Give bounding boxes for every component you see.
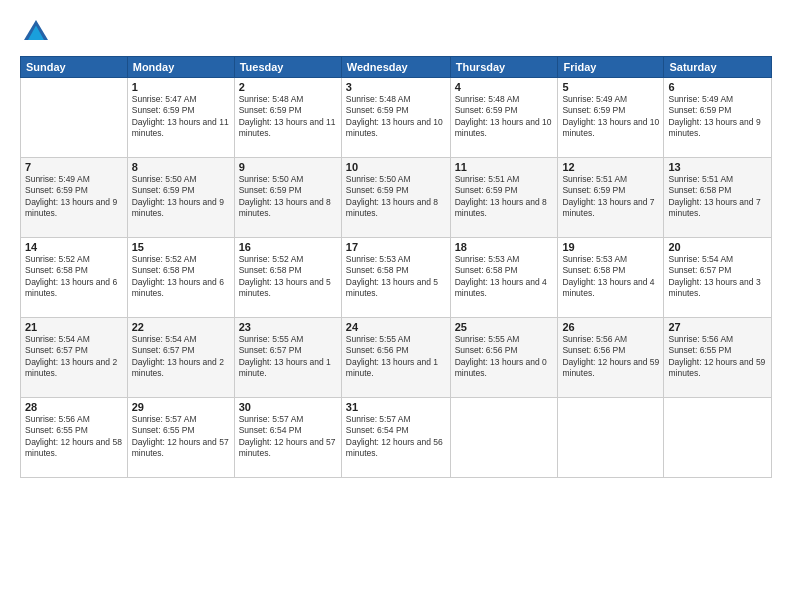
day-number: 10 — [346, 161, 446, 173]
calendar-cell: 14Sunrise: 5:52 AM Sunset: 6:58 PM Dayli… — [21, 238, 128, 318]
day-number: 13 — [668, 161, 767, 173]
day-info: Sunrise: 5:56 AM Sunset: 6:56 PM Dayligh… — [562, 334, 659, 380]
day-number: 18 — [455, 241, 554, 253]
day-info: Sunrise: 5:48 AM Sunset: 6:59 PM Dayligh… — [346, 94, 446, 140]
day-info: Sunrise: 5:49 AM Sunset: 6:59 PM Dayligh… — [25, 174, 123, 220]
day-number: 8 — [132, 161, 230, 173]
calendar-cell: 31Sunrise: 5:57 AM Sunset: 6:54 PM Dayli… — [341, 398, 450, 478]
calendar-cell: 3Sunrise: 5:48 AM Sunset: 6:59 PM Daylig… — [341, 78, 450, 158]
day-number: 21 — [25, 321, 123, 333]
day-number: 15 — [132, 241, 230, 253]
day-number: 24 — [346, 321, 446, 333]
calendar-cell: 27Sunrise: 5:56 AM Sunset: 6:55 PM Dayli… — [664, 318, 772, 398]
day-info: Sunrise: 5:54 AM Sunset: 6:57 PM Dayligh… — [132, 334, 230, 380]
calendar-cell: 18Sunrise: 5:53 AM Sunset: 6:58 PM Dayli… — [450, 238, 558, 318]
day-number: 12 — [562, 161, 659, 173]
calendar-cell: 22Sunrise: 5:54 AM Sunset: 6:57 PM Dayli… — [127, 318, 234, 398]
day-number: 3 — [346, 81, 446, 93]
calendar-cell: 8Sunrise: 5:50 AM Sunset: 6:59 PM Daylig… — [127, 158, 234, 238]
day-number: 25 — [455, 321, 554, 333]
day-info: Sunrise: 5:50 AM Sunset: 6:59 PM Dayligh… — [132, 174, 230, 220]
calendar-cell: 13Sunrise: 5:51 AM Sunset: 6:58 PM Dayli… — [664, 158, 772, 238]
day-number: 27 — [668, 321, 767, 333]
calendar-week-row: 1Sunrise: 5:47 AM Sunset: 6:59 PM Daylig… — [21, 78, 772, 158]
day-info: Sunrise: 5:52 AM Sunset: 6:58 PM Dayligh… — [132, 254, 230, 300]
day-number: 16 — [239, 241, 337, 253]
calendar-cell: 30Sunrise: 5:57 AM Sunset: 6:54 PM Dayli… — [234, 398, 341, 478]
calendar-cell — [558, 398, 664, 478]
calendar-cell: 10Sunrise: 5:50 AM Sunset: 6:59 PM Dayli… — [341, 158, 450, 238]
day-number: 9 — [239, 161, 337, 173]
calendar-cell: 15Sunrise: 5:52 AM Sunset: 6:58 PM Dayli… — [127, 238, 234, 318]
day-info: Sunrise: 5:51 AM Sunset: 6:58 PM Dayligh… — [668, 174, 767, 220]
calendar-week-row: 7Sunrise: 5:49 AM Sunset: 6:59 PM Daylig… — [21, 158, 772, 238]
calendar-cell: 16Sunrise: 5:52 AM Sunset: 6:58 PM Dayli… — [234, 238, 341, 318]
page: SundayMondayTuesdayWednesdayThursdayFrid… — [0, 0, 792, 612]
day-info: Sunrise: 5:51 AM Sunset: 6:59 PM Dayligh… — [562, 174, 659, 220]
calendar-week-row: 14Sunrise: 5:52 AM Sunset: 6:58 PM Dayli… — [21, 238, 772, 318]
calendar-cell: 23Sunrise: 5:55 AM Sunset: 6:57 PM Dayli… — [234, 318, 341, 398]
calendar-cell: 4Sunrise: 5:48 AM Sunset: 6:59 PM Daylig… — [450, 78, 558, 158]
day-info: Sunrise: 5:54 AM Sunset: 6:57 PM Dayligh… — [668, 254, 767, 300]
day-info: Sunrise: 5:56 AM Sunset: 6:55 PM Dayligh… — [25, 414, 123, 460]
day-number: 20 — [668, 241, 767, 253]
day-info: Sunrise: 5:54 AM Sunset: 6:57 PM Dayligh… — [25, 334, 123, 380]
calendar-week-row: 28Sunrise: 5:56 AM Sunset: 6:55 PM Dayli… — [21, 398, 772, 478]
day-number: 6 — [668, 81, 767, 93]
day-info: Sunrise: 5:50 AM Sunset: 6:59 PM Dayligh… — [239, 174, 337, 220]
header — [20, 16, 772, 48]
logo-icon — [20, 16, 52, 48]
day-number: 5 — [562, 81, 659, 93]
day-info: Sunrise: 5:47 AM Sunset: 6:59 PM Dayligh… — [132, 94, 230, 140]
calendar-cell: 1Sunrise: 5:47 AM Sunset: 6:59 PM Daylig… — [127, 78, 234, 158]
day-number: 30 — [239, 401, 337, 413]
day-number: 31 — [346, 401, 446, 413]
calendar-cell: 17Sunrise: 5:53 AM Sunset: 6:58 PM Dayli… — [341, 238, 450, 318]
day-info: Sunrise: 5:53 AM Sunset: 6:58 PM Dayligh… — [455, 254, 554, 300]
logo — [20, 16, 58, 48]
day-number: 22 — [132, 321, 230, 333]
day-number: 14 — [25, 241, 123, 253]
calendar-cell: 6Sunrise: 5:49 AM Sunset: 6:59 PM Daylig… — [664, 78, 772, 158]
calendar-week-row: 21Sunrise: 5:54 AM Sunset: 6:57 PM Dayli… — [21, 318, 772, 398]
day-number: 19 — [562, 241, 659, 253]
day-info: Sunrise: 5:55 AM Sunset: 6:56 PM Dayligh… — [455, 334, 554, 380]
day-info: Sunrise: 5:52 AM Sunset: 6:58 PM Dayligh… — [25, 254, 123, 300]
calendar-cell: 25Sunrise: 5:55 AM Sunset: 6:56 PM Dayli… — [450, 318, 558, 398]
calendar-cell: 21Sunrise: 5:54 AM Sunset: 6:57 PM Dayli… — [21, 318, 128, 398]
day-number: 4 — [455, 81, 554, 93]
calendar-cell: 20Sunrise: 5:54 AM Sunset: 6:57 PM Dayli… — [664, 238, 772, 318]
day-of-week-header: Saturday — [664, 57, 772, 78]
day-of-week-header: Monday — [127, 57, 234, 78]
calendar-cell — [21, 78, 128, 158]
calendar-cell — [450, 398, 558, 478]
day-info: Sunrise: 5:55 AM Sunset: 6:56 PM Dayligh… — [346, 334, 446, 380]
day-of-week-header: Friday — [558, 57, 664, 78]
calendar-cell: 9Sunrise: 5:50 AM Sunset: 6:59 PM Daylig… — [234, 158, 341, 238]
calendar-cell: 26Sunrise: 5:56 AM Sunset: 6:56 PM Dayli… — [558, 318, 664, 398]
day-info: Sunrise: 5:53 AM Sunset: 6:58 PM Dayligh… — [346, 254, 446, 300]
day-number: 11 — [455, 161, 554, 173]
day-number: 2 — [239, 81, 337, 93]
day-of-week-header: Wednesday — [341, 57, 450, 78]
day-number: 7 — [25, 161, 123, 173]
day-info: Sunrise: 5:52 AM Sunset: 6:58 PM Dayligh… — [239, 254, 337, 300]
calendar-cell: 11Sunrise: 5:51 AM Sunset: 6:59 PM Dayli… — [450, 158, 558, 238]
day-info: Sunrise: 5:57 AM Sunset: 6:55 PM Dayligh… — [132, 414, 230, 460]
day-of-week-header: Thursday — [450, 57, 558, 78]
day-number: 23 — [239, 321, 337, 333]
day-info: Sunrise: 5:50 AM Sunset: 6:59 PM Dayligh… — [346, 174, 446, 220]
calendar-cell: 19Sunrise: 5:53 AM Sunset: 6:58 PM Dayli… — [558, 238, 664, 318]
day-of-week-header: Tuesday — [234, 57, 341, 78]
calendar-table: SundayMondayTuesdayWednesdayThursdayFrid… — [20, 56, 772, 478]
day-info: Sunrise: 5:57 AM Sunset: 6:54 PM Dayligh… — [239, 414, 337, 460]
day-number: 26 — [562, 321, 659, 333]
day-info: Sunrise: 5:56 AM Sunset: 6:55 PM Dayligh… — [668, 334, 767, 380]
calendar-cell: 28Sunrise: 5:56 AM Sunset: 6:55 PM Dayli… — [21, 398, 128, 478]
day-number: 1 — [132, 81, 230, 93]
day-info: Sunrise: 5:57 AM Sunset: 6:54 PM Dayligh… — [346, 414, 446, 460]
calendar-cell: 24Sunrise: 5:55 AM Sunset: 6:56 PM Dayli… — [341, 318, 450, 398]
day-info: Sunrise: 5:48 AM Sunset: 6:59 PM Dayligh… — [239, 94, 337, 140]
day-of-week-header: Sunday — [21, 57, 128, 78]
calendar-cell: 5Sunrise: 5:49 AM Sunset: 6:59 PM Daylig… — [558, 78, 664, 158]
